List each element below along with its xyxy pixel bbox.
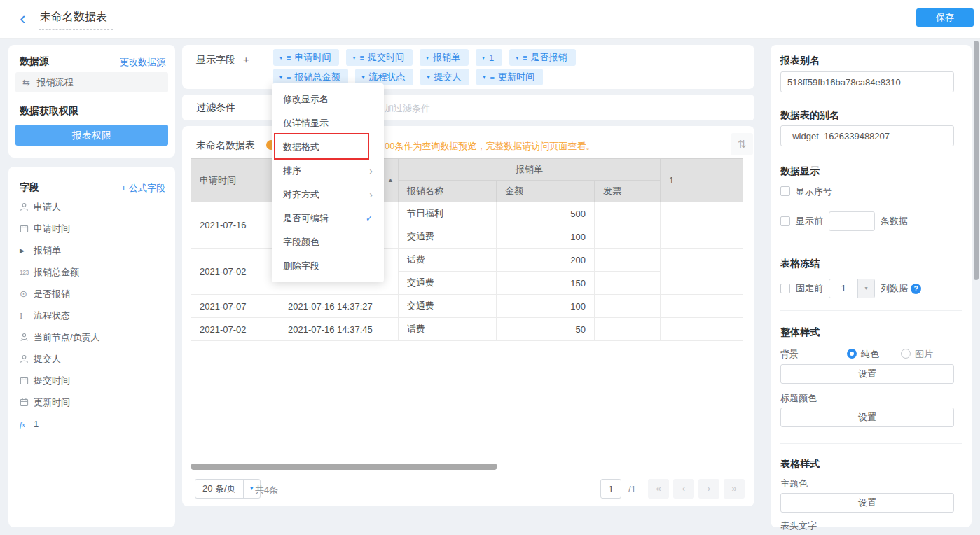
title-color-set-button[interactable]: 设置 bbox=[780, 408, 954, 427]
freeze-suffix: 列数据 bbox=[881, 282, 908, 295]
field-item-is-reimbursed[interactable]: ⊙ 是否报销 bbox=[8, 283, 175, 305]
chip-label: 申请时间 bbox=[294, 51, 331, 64]
submenu-arrow-icon: › bbox=[369, 165, 373, 176]
field-item-submitter[interactable]: 提交人 bbox=[8, 348, 175, 370]
radio-selected-icon[interactable] bbox=[847, 349, 857, 359]
field-item-applicant[interactable]: 申请人 bbox=[8, 196, 175, 218]
field-chip-apply-time[interactable]: ▾≡申请时间 bbox=[273, 49, 339, 66]
field-chip-submitter[interactable]: ▾提交人 bbox=[420, 69, 469, 85]
change-datasource-link[interactable]: 更改数据源 bbox=[120, 56, 165, 69]
solid-color-option[interactable]: 纯色 bbox=[847, 347, 879, 361]
chevron-down-icon[interactable]: ▾ bbox=[352, 55, 355, 61]
col-header-invoice[interactable]: 发票 bbox=[595, 181, 661, 202]
chevron-down-icon[interactable]: ▾ bbox=[482, 55, 485, 61]
radio-unselected-icon[interactable] bbox=[901, 349, 911, 359]
chevron-down-icon[interactable]: ▾ bbox=[857, 279, 874, 298]
field-chip-submit-time[interactable]: ▾≡提交时间 bbox=[346, 49, 412, 66]
field-chip-is-reimbursed[interactable]: ▾≡是否报销 bbox=[509, 49, 575, 66]
node-user-icon bbox=[20, 333, 34, 342]
field-item-label: 提交人 bbox=[34, 353, 61, 366]
vertical-scrollbar[interactable] bbox=[974, 41, 979, 280]
menu-item-editable[interactable]: 是否可编辑✓ bbox=[272, 207, 384, 230]
chevron-down-icon[interactable]: ▾ bbox=[483, 74, 485, 81]
add-field-icon[interactable]: ＋ bbox=[241, 54, 251, 65]
show-first-count-input[interactable] bbox=[829, 211, 875, 231]
field-chip-update-time[interactable]: ▾≡更新时间 bbox=[476, 69, 542, 85]
theme-color-set-button[interactable]: 设置 bbox=[780, 493, 954, 513]
flow-link-icon: ⇆ bbox=[22, 77, 30, 88]
table-sort-icon[interactable]: ⇅ bbox=[731, 133, 753, 155]
page-title[interactable]: 未命名数据表 bbox=[39, 10, 113, 30]
field-item-expense-form[interactable]: ▶ 报销单 bbox=[8, 239, 175, 261]
chevron-down-icon[interactable]: ▾ bbox=[426, 55, 429, 61]
chevron-down-icon[interactable]: ▾ bbox=[279, 74, 282, 81]
formula-field-link[interactable]: + 公式字段 bbox=[121, 182, 165, 195]
check-icon: ✓ bbox=[366, 214, 373, 223]
add-filter-placeholder[interactable]: 加过滤条件 bbox=[385, 102, 430, 115]
cell-formula bbox=[661, 295, 743, 318]
show-index-checkbox[interactable] bbox=[780, 186, 790, 196]
col-header-name[interactable]: 报销名称 bbox=[399, 181, 497, 202]
field-item-label: 流程状态 bbox=[34, 310, 70, 322]
horizontal-scrollbar[interactable] bbox=[191, 464, 497, 470]
user-icon bbox=[20, 354, 34, 363]
datasource-name: 报销流程 bbox=[37, 77, 74, 88]
report-alias-input[interactable] bbox=[780, 71, 954, 92]
first-page-button[interactable]: « bbox=[648, 479, 669, 499]
menu-item-delete-field[interactable]: 删除字段 bbox=[272, 254, 384, 278]
col-header-apply-time[interactable]: 申请时间 bbox=[191, 159, 279, 202]
menu-item-field-color[interactable]: 字段颜色 bbox=[272, 230, 384, 254]
back-icon[interactable]: ‹ bbox=[20, 8, 26, 29]
chevron-down-icon[interactable]: ▾ bbox=[361, 74, 364, 81]
chevron-down-icon[interactable]: ▾ bbox=[279, 55, 282, 61]
field-item-submit-time[interactable]: 提交时间 bbox=[8, 370, 175, 391]
field-chip-expense-form[interactable]: ▾报销单 bbox=[420, 49, 469, 66]
field-item-apply-time[interactable]: 申请时间 bbox=[8, 218, 175, 239]
next-page-button[interactable]: › bbox=[698, 479, 719, 499]
menu-item-data-format[interactable]: 数据格式 bbox=[272, 135, 384, 159]
settings-panel: 报表别名 数据表的别名 数据显示 显示序号 显示前 条数据 表格冻结 固定前 1… bbox=[771, 45, 972, 527]
filter-label: 过滤条件 bbox=[196, 102, 235, 114]
table-alias-input[interactable] bbox=[780, 125, 954, 146]
col-header-amount[interactable]: 金额 bbox=[497, 181, 595, 202]
field-item-total-amount[interactable]: 123 报销总金额 bbox=[8, 261, 175, 283]
freeze-count-select[interactable]: 1 ▾ bbox=[829, 279, 875, 298]
page-size-select[interactable]: 20 条/页 ▾ bbox=[195, 479, 261, 499]
help-icon[interactable]: ? bbox=[911, 284, 921, 294]
cell-submit-time: 2021-07-16 14:37:27 bbox=[279, 295, 399, 318]
cell-submit-time: 2021-07-16 14:37:45 bbox=[279, 318, 399, 341]
background-row: 背景 纯色 图片 bbox=[780, 347, 955, 361]
show-first-checkbox[interactable] bbox=[780, 216, 790, 226]
field-item-formula-1[interactable]: fx 1 bbox=[8, 413, 175, 435]
prev-page-button[interactable]: ‹ bbox=[673, 479, 694, 499]
col-group-expense-form[interactable]: 报销单 bbox=[399, 159, 661, 181]
expand-icon[interactable]: ▶ bbox=[20, 247, 34, 254]
menu-item-rename[interactable]: 修改显示名 bbox=[272, 88, 384, 111]
field-item-flow-status[interactable]: I 流程状态 bbox=[8, 305, 175, 326]
chevron-down-icon[interactable]: ▾ bbox=[427, 74, 429, 81]
menu-item-align[interactable]: 对齐方式› bbox=[272, 183, 384, 207]
chevron-down-icon[interactable]: ▾ bbox=[516, 55, 518, 61]
table-row[interactable]: 2021-07-02 2021-07-16 14:37:45 话费 50 bbox=[191, 318, 743, 341]
field-chip-1[interactable]: ▾1 bbox=[476, 49, 502, 66]
field-item-current-node[interactable]: 当前节点/负责人 bbox=[8, 326, 175, 348]
cell-name: 交通费 bbox=[399, 272, 497, 295]
menu-item-detail-only[interactable]: 仅详情显示 bbox=[272, 111, 384, 135]
image-option[interactable]: 图片 bbox=[901, 347, 933, 361]
datasource-item[interactable]: ⇆ 报销流程 bbox=[15, 72, 168, 92]
last-page-button[interactable]: » bbox=[724, 479, 745, 499]
background-set-button[interactable]: 设置 bbox=[780, 364, 954, 384]
field-lines-icon: ≡ bbox=[523, 53, 527, 62]
menu-item-sort[interactable]: 排序› bbox=[272, 159, 384, 183]
table-row[interactable]: 2021-07-07 2021-07-16 14:37:27 交通费 100 bbox=[191, 295, 743, 318]
display-fields-label: 显示字段 ＋ bbox=[196, 54, 251, 67]
chip-label: 更新时间 bbox=[498, 71, 534, 83]
cell-name: 话费 bbox=[399, 249, 497, 272]
freeze-checkbox[interactable] bbox=[780, 284, 790, 293]
save-button[interactable]: 保存 bbox=[916, 8, 974, 27]
page-number-input[interactable] bbox=[600, 479, 621, 499]
cell-apply-time: 2021-07-07 bbox=[191, 295, 279, 318]
field-item-update-time[interactable]: 更新时间 bbox=[8, 391, 175, 413]
col-header-1[interactable]: 1 bbox=[661, 159, 743, 202]
report-permission-button[interactable]: 报表权限 bbox=[15, 125, 168, 146]
